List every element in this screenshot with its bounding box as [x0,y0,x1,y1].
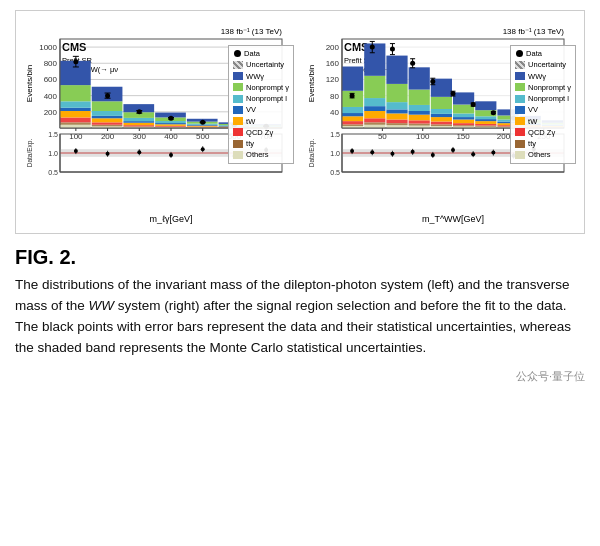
wechat-footer: 公众号·量子位 [15,369,585,384]
figure-caption: The distributions of the invariant mass … [15,275,585,359]
right-legend: DataUncertaintyWWγNonprompt γNonprompt l… [510,45,576,164]
left-chart-panel: DataUncertaintyWWγNonprompt γNonprompt l… [22,17,296,227]
right-chart-panel: DataUncertaintyWWγNonprompt γNonprompt l… [304,17,578,227]
left-legend: DataUncertaintyWWγNonprompt γNonprompt l… [228,45,294,164]
main-container: DataUncertaintyWWγNonprompt γNonprompt l… [0,0,600,394]
caption-text-1: The distributions of the invariant mass … [15,277,571,355]
wechat-platform: 公众号·量子位 [516,370,585,382]
charts-row: DataUncertaintyWWγNonprompt γNonprompt l… [15,10,585,234]
figure-label: FIG. 2. [15,246,585,269]
